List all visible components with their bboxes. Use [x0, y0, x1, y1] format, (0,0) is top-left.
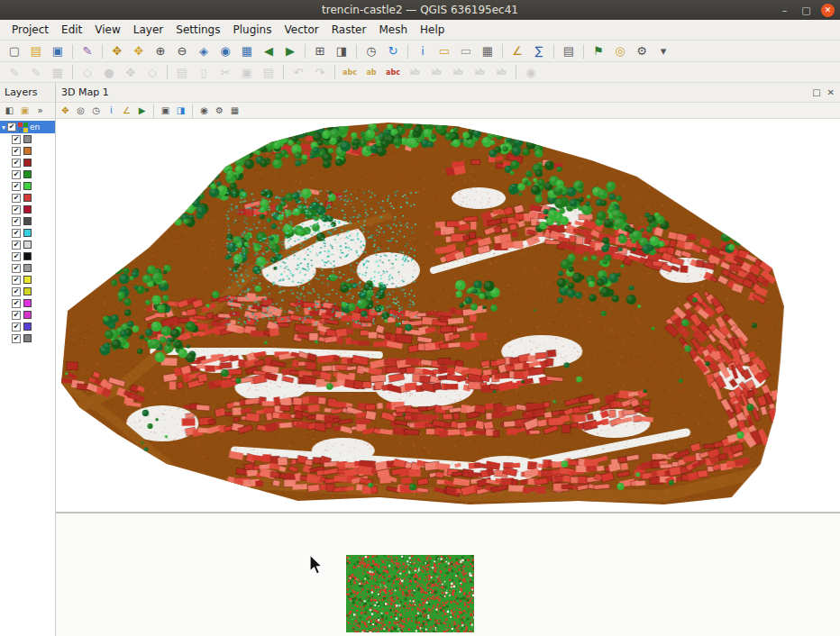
processing-toolbox-icon[interactable]: ⚙ [632, 42, 652, 60]
zoom-full-icon[interactable]: ◈ [194, 42, 214, 60]
manage-map-themes-icon[interactable]: ▣ [17, 104, 32, 117]
layer-class-row[interactable]: ✔ [0, 262, 55, 274]
layer-class-checkbox[interactable]: ✔ [12, 334, 21, 343]
camera-settings-icon[interactable]: ▦ [227, 104, 242, 117]
layer-root-checkbox[interactable]: ✔ [7, 123, 16, 132]
layer-class-checkbox[interactable]: ✔ [12, 287, 21, 296]
layer-labeling-icon[interactable]: abc [340, 63, 360, 81]
layer-class-row[interactable]: ✔ [0, 215, 55, 227]
new-print-layout-icon[interactable]: ▤ [559, 42, 579, 60]
menu-vector[interactable]: Vector [278, 22, 324, 38]
menu-help[interactable]: Help [414, 22, 451, 38]
layer-class-row[interactable]: ✔ [0, 192, 55, 204]
layer-class-checkbox[interactable]: ✔ [12, 194, 21, 203]
layer-class-row[interactable]: ✔ [0, 227, 55, 239]
new-map-view-icon[interactable]: ⊞ [310, 42, 330, 60]
refresh-icon[interactable]: ↻ [383, 42, 403, 60]
layer-class-checkbox[interactable]: ✔ [12, 323, 21, 332]
zoom-in-icon[interactable]: ⊕ [151, 42, 170, 60]
save-project-icon[interactable]: ▣ [48, 42, 68, 60]
layer-class-row[interactable]: ✔ [0, 145, 55, 157]
layer-class-row[interactable]: ✔ [0, 239, 55, 250]
layer-class-row[interactable]: ✔ [0, 250, 55, 262]
layer-class-row[interactable]: ✔ [0, 133, 55, 145]
layer-class-checkbox[interactable]: ✔ [12, 299, 21, 308]
layer-class-checkbox[interactable]: ✔ [12, 264, 21, 273]
open-layer-styling-icon[interactable]: ◧ [2, 104, 17, 117]
style-manager-icon[interactable]: ✎ [78, 42, 97, 60]
expander-icon[interactable]: ▾ [2, 123, 5, 132]
play-animation-icon[interactable]: ▶ [134, 104, 150, 117]
layer-class-checkbox[interactable]: ✔ [12, 135, 21, 144]
menu-view[interactable]: View [88, 22, 126, 38]
open-project-icon[interactable]: ▤ [26, 42, 46, 60]
menu-layer[interactable]: Layer [127, 22, 169, 38]
camera-control-icon[interactable]: ◎ [73, 104, 88, 117]
measure-line-3d-icon[interactable]: ∠ [119, 104, 134, 117]
layer-class-row[interactable]: ✔ [0, 168, 55, 180]
layer-class-row[interactable]: ✔ [0, 204, 55, 215]
export-scene-icon[interactable]: ◨ [173, 104, 188, 117]
labeling-rules-icon[interactable]: abc [383, 63, 403, 81]
layer-diagram-icon[interactable]: ab [361, 63, 381, 81]
measure-line-icon[interactable]: ∠ [507, 42, 527, 60]
animations-icon[interactable]: ◷ [88, 104, 104, 117]
pan-to-selection-icon[interactable]: ✥ [129, 42, 149, 60]
new-3d-map-view-icon[interactable]: ◨ [332, 42, 352, 60]
undock-panel-icon[interactable]: □ [812, 87, 820, 97]
layer-class-row[interactable]: ✔ [0, 321, 55, 332]
options-dropdown-icon[interactable]: ▾ [653, 42, 673, 60]
menu-mesh[interactable]: Mesh [372, 22, 414, 38]
map2d-canvas[interactable] [56, 512, 840, 636]
pan-camera-icon[interactable]: ✥ [58, 104, 73, 117]
layer-class-checkbox[interactable]: ✔ [12, 182, 21, 191]
layer-class-checkbox[interactable]: ✔ [12, 252, 21, 261]
layer-class-checkbox[interactable]: ✔ [12, 241, 21, 250]
menu-raster[interactable]: Raster [325, 22, 373, 38]
show-bookmarks-icon[interactable]: ⚑ [589, 42, 608, 60]
zoom-out-icon[interactable]: ⊖ [172, 42, 192, 60]
menu-project[interactable]: Project [5, 22, 55, 38]
layer-class-checkbox[interactable]: ✔ [12, 159, 21, 168]
layer-class-row[interactable]: ✔ [0, 286, 55, 297]
minimize-button[interactable]: – [778, 4, 791, 17]
search-locator-icon[interactable]: ◎ [610, 42, 630, 60]
layer-class-checkbox[interactable]: ✔ [12, 170, 21, 179]
visibility-options-icon[interactable]: ◉ [196, 104, 212, 117]
layer-class-checkbox[interactable]: ✔ [12, 229, 21, 238]
layers-toolbar-overflow-icon[interactable]: » [32, 104, 48, 117]
open-attribute-table-icon[interactable]: ▦ [478, 42, 498, 60]
layer-class-row[interactable]: ✔ [0, 309, 55, 321]
pan-map-icon[interactable]: ✥ [107, 42, 127, 60]
close-button[interactable]: ✕ [821, 4, 835, 17]
layer-class-row[interactable]: ✔ [0, 274, 55, 286]
menu-settings[interactable]: Settings [169, 22, 226, 38]
layer-class-row[interactable]: ✔ [0, 157, 55, 168]
save-scene-image-icon[interactable]: ▣ [158, 104, 173, 117]
configure-scene-icon[interactable]: ⚙ [212, 104, 227, 117]
menu-edit[interactable]: Edit [55, 22, 88, 38]
layer-class-row[interactable]: ✔ [0, 180, 55, 192]
deselect-features-icon[interactable]: ▭ [456, 42, 476, 60]
layer-root-row[interactable]: ▾ ✔ en [0, 121, 55, 133]
menu-plugins[interactable]: Plugins [226, 22, 278, 38]
zoom-next-icon[interactable]: ▶ [280, 42, 300, 60]
layer-class-checkbox[interactable]: ✔ [12, 147, 21, 156]
close-panel-icon[interactable]: ✕ [827, 87, 835, 97]
layer-class-row[interactable]: ✔ [0, 297, 55, 309]
layer-class-checkbox[interactable]: ✔ [12, 311, 21, 320]
map3d-canvas[interactable] [56, 119, 840, 512]
zoom-to-selection-icon[interactable]: ◉ [215, 42, 235, 60]
identify-3d-icon[interactable]: i [104, 104, 119, 117]
layer-class-row[interactable]: ✔ [0, 332, 55, 344]
layer-class-checkbox[interactable]: ✔ [12, 205, 21, 214]
layer-class-checkbox[interactable]: ✔ [12, 217, 21, 226]
select-features-icon[interactable]: ▭ [434, 42, 454, 60]
zoom-to-layer-icon[interactable]: ▦ [237, 42, 257, 60]
zoom-last-icon[interactable]: ◀ [259, 42, 278, 60]
maximize-button[interactable]: ▢ [799, 4, 813, 17]
statistical-summary-icon[interactable]: ∑ [529, 42, 549, 60]
new-project-icon[interactable]: ▢ [5, 42, 24, 60]
layer-class-checkbox[interactable]: ✔ [12, 276, 21, 285]
temporal-controller-icon[interactable]: ◷ [361, 42, 381, 60]
